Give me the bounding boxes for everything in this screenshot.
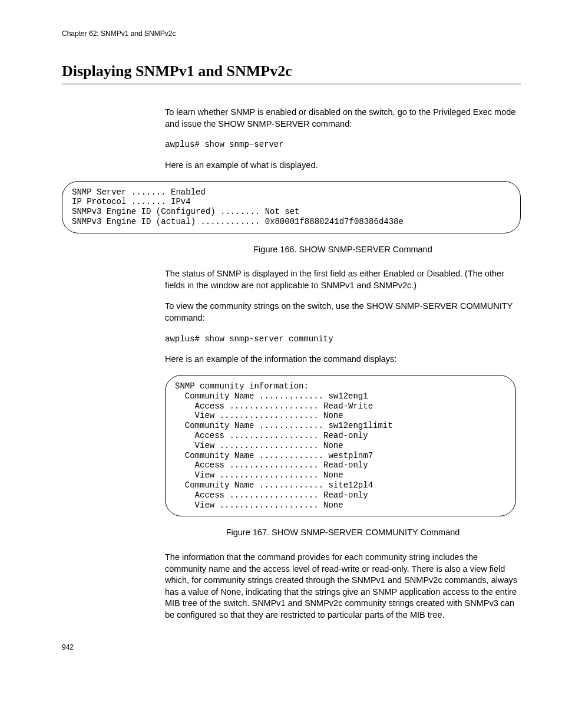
paragraph: Here is an example of what is displayed. [165,160,521,172]
body-block-1: To learn whether SNMP is enabled or disa… [165,107,521,172]
paragraph: The status of SNMP is displayed in the f… [165,268,521,291]
figure-box-snmp-server: SNMP Server ....... Enabled IP Protocol … [62,181,521,233]
section-title: Displaying SNMPv1 and SNMPv2c [62,62,521,84]
chapter-header: Chapter 62: SNMPv1 and SNMPv2c [62,29,521,38]
body-block-2: Figure 166. SHOW SNMP-SERVER Command The… [165,244,521,365]
paragraph: Here is an example of the information th… [165,354,521,365]
paragraph: To learn whether SNMP is enabled or disa… [165,107,521,130]
paragraph: To view the community strings on the swi… [165,301,521,324]
command-line: awplus# show snmp-server [165,139,521,150]
page-number: 942 [62,643,521,651]
figure-caption: Figure 166. SHOW SNMP-SERVER Command [165,244,521,256]
command-line: awplus# show snmp-server community [165,334,521,345]
paragraph: The information that the command provide… [165,552,521,621]
body-block-3: Figure 167. SHOW SNMP-SERVER COMMUNITY C… [165,527,521,621]
page-container: Chapter 62: SNMPv1 and SNMPv2c Displayin… [0,0,562,675]
figure-caption: Figure 167. SHOW SNMP-SERVER COMMUNITY C… [165,527,521,539]
figure-box-snmp-community: SNMP community information: Community Na… [165,375,516,516]
